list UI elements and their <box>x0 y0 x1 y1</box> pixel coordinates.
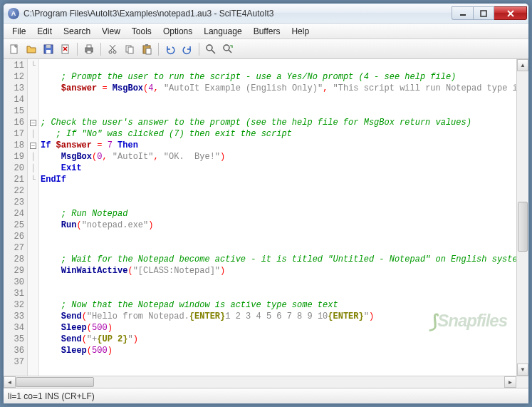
fold-marker[interactable]: − <box>28 117 38 128</box>
fold-marker: └ <box>28 60 38 71</box>
scroll-corner <box>516 376 528 388</box>
code-line[interactable]: Exit <box>41 163 516 174</box>
code-line[interactable]: ; Now that the Notepad window is active … <box>41 299 516 311</box>
code-line[interactable] <box>41 242 516 254</box>
new-icon <box>9 43 20 55</box>
maximize-button[interactable] <box>473 6 494 20</box>
code-line[interactable]: Send("Hello from Notepad.{ENTER}1 2 3 4 … <box>41 311 516 322</box>
svg-point-15 <box>113 51 116 53</box>
line-number: 25 <box>4 220 27 231</box>
new-button[interactable] <box>6 41 22 57</box>
svg-rect-22 <box>146 48 151 54</box>
menu-view[interactable]: View <box>96 25 126 38</box>
close-button[interactable] <box>58 41 73 57</box>
line-number: 21 <box>4 174 27 185</box>
menu-options[interactable]: Options <box>157 25 198 38</box>
fold-margin[interactable]: └−│−││└ <box>28 59 39 376</box>
code-line[interactable]: ; Check the user's answer to the prompt … <box>41 117 516 128</box>
horizontal-scrollbar[interactable]: ◄ ► <box>4 376 528 388</box>
replace-button[interactable] <box>220 41 236 57</box>
scroll-down-button[interactable]: ▼ <box>517 364 528 376</box>
code-line[interactable]: Sleep(500) <box>41 322 516 334</box>
code-line[interactable] <box>41 94 516 105</box>
menu-edit[interactable]: Edit <box>31 25 58 38</box>
code-line[interactable]: Send("+{UP 2}") <box>41 334 516 345</box>
maximize-icon <box>480 10 487 17</box>
code-editor[interactable]: ; Prompt the user to run the script - us… <box>39 59 516 376</box>
svg-rect-19 <box>128 47 133 53</box>
svg-rect-12 <box>87 45 91 48</box>
fold-marker: │ <box>28 151 38 163</box>
minimize-button[interactable] <box>452 6 473 20</box>
toolbar-separator <box>158 43 159 56</box>
line-number: 32 <box>4 299 27 311</box>
line-number: 18 <box>4 140 27 151</box>
code-line[interactable]: ; If "No" was clicked (7) then exit the … <box>41 128 516 140</box>
horizontal-scroll-thumb[interactable] <box>16 377 94 387</box>
code-line[interactable]: Sleep(500) <box>41 345 516 356</box>
code-line[interactable] <box>41 231 516 242</box>
code-line[interactable]: ; Prompt the user to run the script - us… <box>41 71 516 83</box>
code-line[interactable] <box>41 288 516 299</box>
copy-button[interactable] <box>122 41 137 57</box>
code-line[interactable]: Run("notepad.exe") <box>41 220 516 231</box>
find-button[interactable] <box>203 41 219 57</box>
menu-language[interactable]: Language <box>198 25 247 38</box>
cut-button[interactable] <box>105 41 120 57</box>
fold-marker[interactable]: − <box>28 140 38 151</box>
scroll-up-button[interactable]: ▲ <box>517 59 528 71</box>
code-line[interactable]: WinWaitActive("[CLASS:Notepad]") <box>41 265 516 277</box>
line-number: 36 <box>4 345 27 356</box>
menubar: FileEditSearchViewToolsOptionsLanguageBu… <box>4 24 528 39</box>
cut-icon <box>107 43 118 55</box>
line-number-gutter[interactable]: 1112131415161718192021222324252627282930… <box>4 59 28 376</box>
code-line[interactable]: If $answer = 7 Then <box>41 140 516 151</box>
titlebar[interactable]: C:\Program Files\AutoIt3\Examples\notepa… <box>4 4 528 24</box>
svg-rect-7 <box>46 45 51 48</box>
fold-marker <box>28 356 38 368</box>
code-line[interactable]: EndIf <box>41 174 516 185</box>
fold-marker <box>28 345 38 356</box>
code-line[interactable] <box>41 197 516 208</box>
code-line[interactable] <box>41 277 516 288</box>
undo-button[interactable] <box>162 41 178 57</box>
fold-marker <box>28 242 38 254</box>
scroll-right-button[interactable]: ► <box>504 376 516 388</box>
paste-icon <box>141 43 152 55</box>
line-number: 16 <box>4 117 27 128</box>
code-line[interactable] <box>41 356 516 368</box>
menu-tools[interactable]: Tools <box>126 25 157 38</box>
line-number: 13 <box>4 83 27 94</box>
line-number: 17 <box>4 128 27 140</box>
print-button[interactable] <box>81 41 97 57</box>
vertical-scroll-thumb[interactable] <box>518 202 528 252</box>
open-icon <box>26 43 37 55</box>
menu-buffers[interactable]: Buffers <box>248 25 286 38</box>
code-line[interactable] <box>41 105 516 117</box>
menu-help[interactable]: Help <box>286 25 315 38</box>
code-line[interactable]: MsgBox(0, "AutoIt", "OK. Bye!") <box>41 151 516 163</box>
save-button[interactable] <box>41 41 56 57</box>
scroll-left-button[interactable]: ◄ <box>4 376 16 388</box>
menu-file[interactable]: File <box>6 25 31 38</box>
redo-icon <box>182 43 193 55</box>
paste-button[interactable] <box>139 41 155 57</box>
code-line[interactable]: $answer = MsgBox(4, "AutoIt Example (Eng… <box>41 83 516 94</box>
code-line[interactable]: ; Wait for the Notepad become active - i… <box>41 254 516 265</box>
menu-search[interactable]: Search <box>58 25 96 38</box>
fold-marker: └ <box>28 174 38 185</box>
toolbar <box>4 39 528 59</box>
horizontal-scroll-track[interactable] <box>16 376 504 388</box>
toolbar-separator <box>199 43 199 56</box>
fold-marker <box>28 311 38 322</box>
line-number: 27 <box>4 242 27 254</box>
code-line[interactable] <box>41 60 516 71</box>
code-line[interactable] <box>41 185 516 197</box>
code-line[interactable]: ; Run Notepad <box>41 208 516 220</box>
save-icon <box>43 43 54 55</box>
vertical-scrollbar[interactable]: ▲ ▼ <box>516 59 528 376</box>
open-button[interactable] <box>24 41 39 57</box>
app-window: C:\Program Files\AutoIt3\Examples\notepa… <box>3 3 529 404</box>
redo-button[interactable] <box>179 41 195 57</box>
close-button[interactable] <box>494 6 527 20</box>
